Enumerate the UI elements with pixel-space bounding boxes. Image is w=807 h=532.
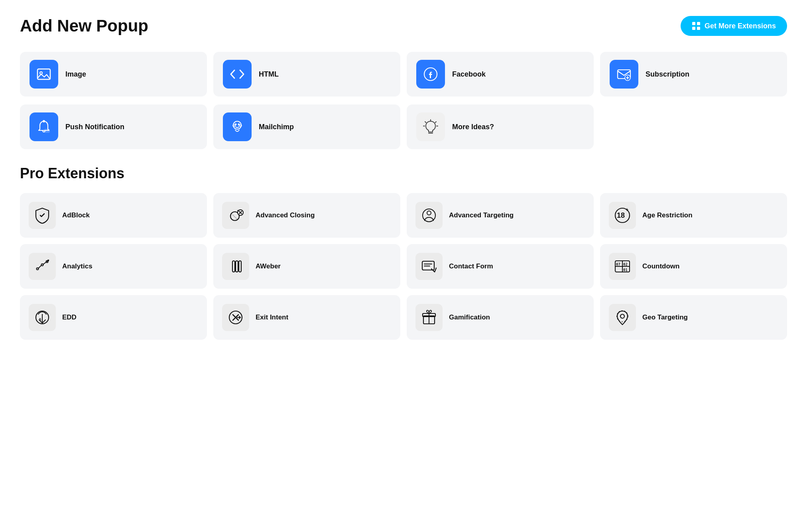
popup-type-more-ideas[interactable]: More Ideas? <box>407 104 594 149</box>
pro-extension-advanced-closing[interactable]: Advanced Closing <box>213 193 400 238</box>
analytics-icon <box>33 258 51 275</box>
svg-rect-12 <box>45 129 49 132</box>
pro-extension-edd-label: EDD <box>62 313 77 321</box>
html-icon <box>229 66 245 82</box>
svg-point-13 <box>233 121 241 129</box>
pro-extension-advanced-closing-label: Advanced Closing <box>256 211 315 219</box>
svg-line-37 <box>38 265 41 268</box>
pro-extension-contact-form-label: Contact Form <box>449 262 493 270</box>
popup-type-subscription-label: Subscription <box>646 70 689 79</box>
svg-rect-44 <box>239 261 241 272</box>
contact-form-icon <box>420 258 438 275</box>
svg-line-38 <box>43 262 46 264</box>
pro-extension-gamification[interactable]: Gamification <box>407 295 594 340</box>
svg-rect-43 <box>236 261 238 272</box>
popup-type-more-ideas-label: More Ideas? <box>452 123 494 131</box>
popup-type-html-label: HTML <box>259 70 279 79</box>
svg-rect-42 <box>232 261 235 272</box>
popup-type-image-label: Image <box>65 70 86 79</box>
pro-extension-analytics[interactable]: Analytics <box>20 244 207 289</box>
pro-extension-adblock-label: AdBlock <box>62 211 90 219</box>
popup-type-facebook-label: Facebook <box>452 70 486 79</box>
image-icon <box>36 66 52 82</box>
popup-type-facebook[interactable]: Facebook <box>407 52 594 97</box>
pro-extension-adblock[interactable]: AdBlock <box>20 193 207 238</box>
lightbulb-icon <box>423 119 439 135</box>
svg-text:$: $ <box>39 317 41 321</box>
pro-extension-exit-intent[interactable]: Exit Intent <box>213 295 400 340</box>
popup-types-grid: Image HTML Facebook <box>20 52 787 97</box>
popup-type-image[interactable]: Image <box>20 52 207 97</box>
push-notification-icon <box>36 119 52 135</box>
svg-rect-1 <box>697 22 700 25</box>
pro-section-title: Pro Extensions <box>20 165 787 182</box>
pro-extension-aweber[interactable]: AWeber <box>213 244 400 289</box>
pro-extension-age-restriction[interactable]: 18 + Age Restriction <box>600 193 787 238</box>
svg-text:18: 18 <box>617 211 625 219</box>
pro-extension-contact-form[interactable]: Contact Form <box>407 244 594 289</box>
pro-extension-geo-targeting[interactable]: Geo Targeting <box>600 295 787 340</box>
get-more-extensions-button[interactable]: Get More Extensions <box>681 16 787 36</box>
pro-extension-countdown-label: Countdown <box>642 262 679 270</box>
pro-extension-gamification-label: Gamification <box>449 313 490 321</box>
pro-extensions-grid: AdBlock Advanced Closing Advanced Target… <box>20 193 787 340</box>
countdown-icon: 07 02 01 <box>614 258 631 275</box>
pro-extension-edd[interactable]: $ EDD <box>20 295 207 340</box>
grid-icon <box>692 22 701 30</box>
age-restriction-icon: 18 + <box>614 207 631 224</box>
pro-extension-advanced-targeting-label: Advanced Targeting <box>449 211 514 219</box>
page-header: Add New Popup Get More Extensions <box>20 16 787 36</box>
advanced-closing-icon <box>227 207 244 224</box>
popup-types-grid-row2: Push Notification Mailchimp <box>20 104 787 149</box>
gamification-icon <box>420 309 438 326</box>
pro-extension-age-restriction-label: Age Restriction <box>642 211 693 219</box>
edd-icon: $ <box>33 309 51 326</box>
pro-extension-exit-intent-label: Exit Intent <box>256 313 288 321</box>
svg-point-64 <box>620 314 624 318</box>
popup-type-html[interactable]: HTML <box>213 52 400 97</box>
svg-text:07: 07 <box>616 262 620 266</box>
svg-point-11 <box>43 120 45 122</box>
subscription-icon <box>616 66 632 82</box>
pro-extension-advanced-targeting[interactable]: Advanced Targeting <box>407 193 594 238</box>
facebook-icon <box>423 66 439 82</box>
geo-targeting-icon <box>614 309 631 326</box>
popup-type-push-notification[interactable]: Push Notification <box>20 104 207 149</box>
page-title: Add New Popup <box>20 16 148 35</box>
advanced-targeting-icon <box>420 207 438 224</box>
svg-rect-4 <box>37 69 50 79</box>
svg-point-30 <box>427 211 431 215</box>
pro-extension-countdown[interactable]: 07 02 01 Countdown <box>600 244 787 289</box>
svg-rect-45 <box>422 261 434 270</box>
svg-rect-2 <box>692 27 695 30</box>
svg-text:+: + <box>626 207 628 213</box>
exit-intent-icon <box>227 309 244 326</box>
svg-line-21 <box>425 122 426 123</box>
svg-line-22 <box>435 122 437 123</box>
svg-rect-3 <box>697 27 700 30</box>
svg-rect-0 <box>692 22 695 25</box>
pro-extension-geo-targeting-label: Geo Targeting <box>642 313 688 321</box>
popup-type-push-notification-label: Push Notification <box>65 123 124 131</box>
pro-extension-aweber-label: AWeber <box>256 262 281 270</box>
svg-text:01: 01 <box>623 268 628 272</box>
mailchimp-icon <box>229 119 245 135</box>
popup-type-mailchimp[interactable]: Mailchimp <box>213 104 400 149</box>
aweber-icon <box>227 258 244 275</box>
popup-type-subscription[interactable]: Subscription <box>600 52 787 97</box>
svg-text:02: 02 <box>623 262 628 266</box>
popup-type-mailchimp-label: Mailchimp <box>259 123 294 131</box>
pro-extension-analytics-label: Analytics <box>62 262 93 270</box>
adblock-icon <box>33 207 51 224</box>
